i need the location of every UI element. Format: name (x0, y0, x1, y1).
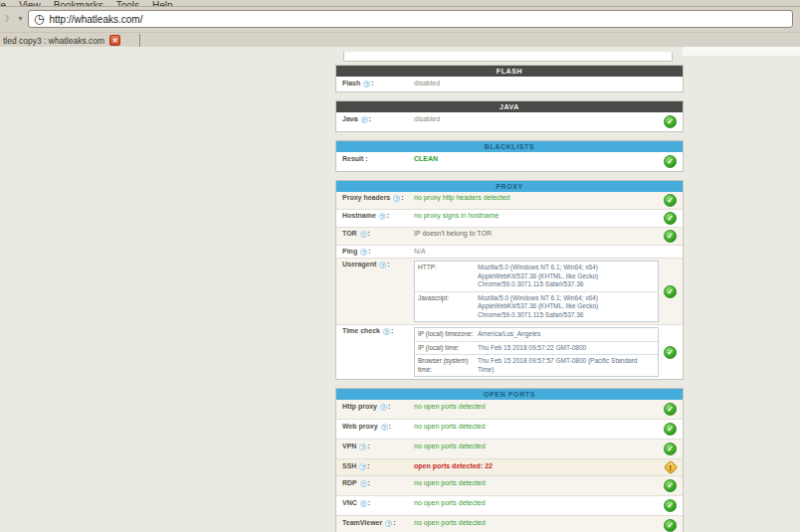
status-ok-icon: ✓ (664, 285, 677, 298)
help-icon[interactable]: ? (360, 249, 367, 256)
section-rows: Result :CLEAN✓ (336, 152, 683, 171)
nested-value: Thu Feb 15 2018 09:57:22 GMT-0800 (478, 344, 655, 353)
menu-item-view[interactable]: View (19, 0, 41, 7)
row-label: RDP ?: (342, 479, 414, 488)
section-flash: FLASHFlash ?:disabled (335, 65, 684, 92)
section-title-open-ports: OPEN PORTS (336, 389, 683, 400)
row-value: HTTP:Mozilla/5.0 (Windows NT 6.1; Win64;… (414, 261, 659, 322)
section-title-java: JAVA (336, 101, 683, 112)
row-value: IP (local) timezone:America/Los_AngelesI… (414, 327, 659, 377)
nav-dropdown-icon[interactable]: ▼ (17, 15, 24, 22)
nested-value: Thu Feb 15 2018 09:57:57 GMT-0800 (Pacif… (478, 357, 655, 374)
row-value: no open ports detected (414, 443, 659, 451)
section-rows: Java ?:disabled✓ (336, 112, 683, 131)
status-ok-icon: ✓ (664, 519, 677, 532)
row-label: Result : (342, 155, 414, 164)
menu-item-bookmarks[interactable]: Bookmarks (54, 0, 103, 7)
row-value: disabled (414, 80, 659, 89)
report: FLASHFlash ?:disabledJAVAJava ?:disabled… (335, 52, 684, 532)
browser-chrome: FileViewBookmarksToolsHelp › ▼ ◷ http://… (0, 0, 800, 47)
help-icon[interactable]: ? (363, 81, 370, 88)
status-ok-icon: ✓ (664, 499, 677, 512)
value-text: no open ports detected (414, 423, 486, 430)
status-cell: ✓ (659, 443, 677, 455)
section-rows: Flash ?:disabled (336, 77, 683, 91)
row-label: TeamViewer ?: (342, 519, 414, 528)
help-icon[interactable]: ? (379, 213, 386, 220)
row-label: SSH ?: (342, 462, 414, 471)
address-bar[interactable]: ◷ http://whatleaks.com/ (28, 10, 793, 28)
status-ok-icon: ✓ (664, 194, 677, 207)
row-result: Result :CLEAN✓ (336, 152, 683, 171)
tab-close-icon[interactable]: ✕ (109, 35, 120, 46)
tab-bar: tled copy3 : whatleaks.com ✕ (0, 32, 800, 47)
url-text[interactable]: http://whatleaks.com/ (49, 14, 142, 25)
help-icon[interactable]: ? (393, 195, 400, 202)
value-text: no open ports detected (414, 499, 486, 506)
value-text: CLEAN (414, 155, 438, 162)
row-ping: Ping ?:N/A (336, 245, 683, 259)
row-label: Useragent ?: (342, 261, 414, 269)
value-text: disabled (414, 80, 440, 87)
status-cell: ✓ (659, 346, 677, 359)
value-text: no proxy http headers detected (414, 194, 510, 201)
row-label: Java ?: (342, 115, 414, 124)
menu-item-help[interactable]: Help (152, 0, 173, 7)
help-icon[interactable]: ? (359, 463, 366, 470)
row-value: CLEAN (414, 155, 659, 164)
menu-item-file[interactable]: File (0, 0, 6, 7)
row-rdp: RDP ?:no open ports detected✓ (336, 475, 683, 495)
nested-value: Mozilla/5.0 (Windows NT 6.1; Win64; x64)… (478, 264, 655, 289)
section-blacklists: BLACKLISTSResult :CLEAN✓ (335, 140, 684, 172)
help-icon[interactable]: ? (360, 480, 367, 487)
help-icon[interactable]: ? (381, 424, 388, 431)
row-flash: Flash ?:disabled (336, 77, 683, 91)
nested-key: IP (local) time: (418, 344, 478, 353)
menu-item-tools[interactable]: Tools (116, 0, 139, 7)
browser-tab[interactable]: tled copy3 : whatleaks.com ✕ (0, 33, 120, 48)
status-cell: ✓ (659, 403, 677, 416)
row-label: Hostname ?: (342, 212, 414, 221)
row-proxy-headers: Proxy headers ?:no proxy http headers de… (336, 192, 683, 209)
section-proxy: PROXYProxy headers ?:no proxy http heade… (335, 180, 684, 381)
help-icon[interactable]: ? (380, 404, 387, 411)
help-icon[interactable]: ? (360, 231, 367, 238)
section-title-flash: FLASH (336, 66, 683, 77)
nested-row: IP (local) timezone:America/Los_Angeles (415, 328, 658, 341)
row-java: Java ?:disabled✓ (336, 112, 683, 131)
help-icon[interactable]: ? (379, 262, 386, 268)
section-title-blacklists: BLACKLISTS (336, 141, 683, 152)
help-icon[interactable]: ? (361, 116, 368, 123)
nested-row: Browser (system) time:Thu Feb 15 2018 09… (415, 354, 658, 376)
row-label: VPN ?: (342, 443, 414, 451)
row-web-proxy: Web proxy ?:no open ports detected✓ (336, 419, 683, 439)
section-title-proxy: PROXY (336, 181, 683, 192)
nested-key: Browser (system) time: (418, 357, 478, 374)
value-text: no open ports detected (414, 519, 486, 526)
help-icon[interactable]: ? (359, 443, 366, 450)
tab-title[interactable]: tled copy3 : whatleaks.com (3, 36, 104, 46)
status-ok-icon: ✓ (664, 479, 677, 492)
status-warning-icon: ! (664, 460, 678, 474)
row-label: Http proxy ?: (342, 403, 414, 412)
status-cell: ✓ (659, 479, 677, 492)
section-java: JAVAJava ?:disabled✓ (335, 100, 684, 132)
row-hostname: Hostname ?:no proxy signs in hostname✓ (336, 209, 683, 227)
help-icon[interactable]: ? (383, 328, 390, 335)
help-icon[interactable]: ? (360, 500, 367, 507)
row-value: no open ports detected (414, 479, 659, 488)
row-value: no open ports detected (414, 499, 659, 508)
nested-key: HTTP: (418, 264, 478, 289)
value-text: N/A (414, 248, 426, 255)
row-vpn: VPN ?:no open ports detected✓ (336, 439, 683, 458)
help-icon[interactable]: ? (385, 520, 392, 527)
webpage: FLASHFlash ?:disabledJAVAJava ?:disabled… (0, 47, 800, 532)
status-ok-icon: ✓ (664, 115, 677, 128)
row-ssh: SSH ?:open ports detected: 22! (336, 458, 683, 475)
nested-row: HTTP:Mozilla/5.0 (Windows NT 6.1; Win64;… (415, 262, 658, 291)
forward-nav-icon[interactable]: › (4, 7, 10, 28)
menu-bar-items: FileViewBookmarksToolsHelp (0, 0, 800, 7)
status-ok-icon: ✓ (664, 443, 677, 455)
row-value: no open ports detected (414, 403, 659, 412)
row-label: Ping ?: (342, 248, 414, 257)
